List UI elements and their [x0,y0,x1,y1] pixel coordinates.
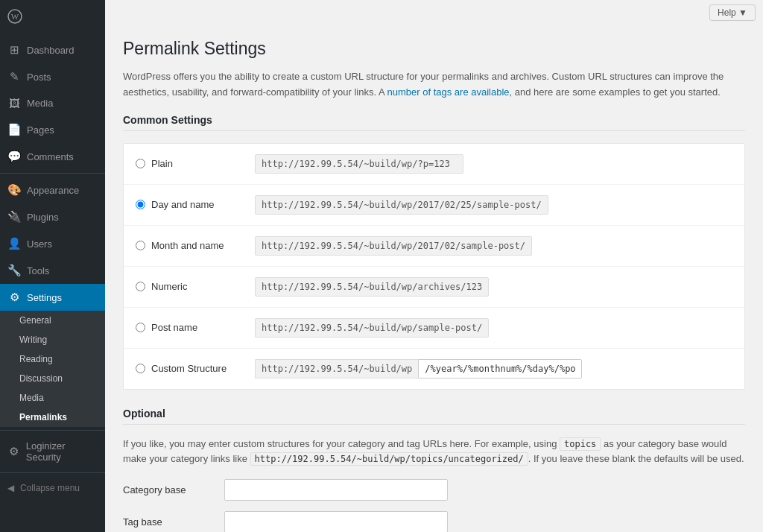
plain-radio[interactable] [136,159,145,168]
post-name-label-text: Post name [151,322,197,333]
settings-submenu: General Writing Reading Discussion Media… [0,311,105,427]
optional-title: Optional [123,408,745,425]
sidebar-item-label: Posts [27,72,51,83]
settings-icon: ⚙ [7,291,21,304]
sidebar-item-loginizer[interactable]: ⚙ Loginizer Security [0,434,105,469]
numeric-url: http://192.99.5.54/~build/wp/archives/12… [255,277,489,297]
plain-label[interactable]: Plain [136,158,255,169]
custom-url-prefix: http://192.99.5.54/~build/wp [255,359,418,379]
plugins-icon: 🔌 [7,210,21,224]
plain-label-text: Plain [151,158,173,169]
tag-base-row: Tag base [123,511,745,532]
comments-icon: 💬 [7,150,21,163]
month-and-name-url: http://192.99.5.54/~build/wp/2017/02/sam… [255,236,532,256]
sidebar-item-tools[interactable]: 🔧 Tools [0,257,105,284]
sidebar-item-label: Pages [27,124,54,136]
category-base-input[interactable] [224,479,448,501]
plain-url: http://192.99.5.54/~build/wp/?p=123 [255,154,463,174]
description-text-2: , and here are some examples to get you … [510,86,721,98]
numeric-label[interactable]: Numeric [136,281,255,292]
month-and-name-label-text: Month and name [151,240,224,251]
sidebar-item-label: Dashboard [27,45,75,56]
numeric-label-text: Numeric [151,281,187,292]
day-and-name-label-text: Day and name [151,199,215,210]
sidebar-item-plugins[interactable]: 🔌 Plugins [0,203,105,230]
loginizer-icon: ⚙ [7,445,20,458]
dashboard-icon: ⊞ [7,43,21,57]
media-icon: 🖼 [7,97,21,110]
sidebar-item-label: Tools [27,265,49,276]
permalink-option-numeric: Numeric http://192.99.5.54/~build/wp/arc… [124,267,744,308]
day-and-name-label[interactable]: Day and name [136,199,255,210]
tags-link[interactable]: number of tags are available [387,86,510,98]
optional-desc-3: . If you leave these blank the defaults … [528,453,744,464]
sidebar-item-posts[interactable]: ✎ Posts [0,63,105,90]
tools-icon: 🔧 [7,264,21,277]
sidebar-item-dashboard[interactable]: ⊞ Dashboard [0,37,105,63]
sidebar-item-users[interactable]: 👤 Users [0,230,105,257]
pages-icon: 📄 [7,123,21,136]
common-settings-title: Common Settings [123,114,745,131]
optional-section: Optional If you like, you may enter cust… [123,408,745,532]
optional-description: If you like, you may enter custom struct… [123,437,745,468]
custom-structure-label-text: Custom Structure [151,363,227,374]
page-title: Permalink Settings [123,39,745,59]
users-icon: 👤 [7,237,21,250]
sidebar-item-label: Appearance [27,185,79,196]
svg-text:W: W [11,12,19,21]
page-content: Permalink Settings WordPress offers you … [105,25,763,532]
post-name-label[interactable]: Post name [136,322,255,333]
sidebar-sub-media[interactable]: Media [0,388,105,408]
tag-base-input[interactable] [224,511,448,532]
sidebar-item-label: Loginizer Security [26,440,98,463]
numeric-radio[interactable] [136,282,145,291]
sidebar-item-label: Comments [27,151,74,162]
optional-desc-1: If you like, you may enter custom struct… [123,438,560,449]
sidebar-item-pages[interactable]: 📄 Pages [0,116,105,143]
custom-structure-radio[interactable] [136,364,145,373]
sidebar-item-label: Settings [27,292,62,303]
category-base-label: Category base [123,484,212,495]
sidebar-sub-discussion[interactable]: Discussion [0,369,105,388]
main-content: Help ▼ Permalink Settings WordPress offe… [105,0,763,532]
sidebar-item-appearance[interactable]: 🎨 Appearance [0,177,105,203]
sidebar-logo: W [0,0,105,37]
sidebar: W ⊞ Dashboard ✎ Posts 🖼 Media 📄 Pages 💬 … [0,0,105,532]
page-description: WordPress offers you the ability to crea… [123,69,745,101]
custom-url-group: http://192.99.5.54/~build/wp [255,359,582,379]
sidebar-item-comments[interactable]: 💬 Comments [0,143,105,170]
post-name-url: http://192.99.5.54/~build/wp/sample-post… [255,318,489,338]
sidebar-divider-3 [0,472,105,473]
help-button[interactable]: Help ▼ [709,4,756,21]
custom-structure-input[interactable] [418,359,582,379]
permalink-option-post-name: Post name http://192.99.5.54/~build/wp/s… [124,308,744,349]
sidebar-item-media[interactable]: 🖼 Media [0,90,105,116]
collapse-menu[interactable]: ◀ Collapse menu [0,476,105,500]
post-name-radio[interactable] [136,323,145,332]
appearance-icon: 🎨 [7,183,21,197]
tag-base-label: Tag base [123,516,212,528]
sidebar-sub-reading[interactable]: Reading [0,349,105,369]
day-and-name-radio[interactable] [136,200,145,209]
permalink-options-form: Plain http://192.99.5.54/~build/wp/?p=12… [123,143,745,390]
month-and-name-radio[interactable] [136,241,145,250]
permalink-option-month-and-name: Month and name http://192.99.5.54/~build… [124,226,744,267]
permalink-option-plain: Plain http://192.99.5.54/~build/wp/?p=12… [124,144,744,185]
sidebar-item-label: Plugins [27,212,59,223]
sidebar-sub-writing[interactable]: Writing [0,330,105,349]
sidebar-sub-permalinks[interactable]: Permalinks [0,408,105,427]
category-base-row: Category base [123,479,745,501]
collapse-icon: ◀ [7,483,14,493]
day-and-name-url: http://192.99.5.54/~build/wp/2017/02/25/… [255,195,548,215]
topics-code: topics [560,437,601,451]
sidebar-divider [0,173,105,174]
sidebar-divider-2 [0,430,105,431]
sidebar-item-label: Users [27,238,52,250]
sidebar-item-label: Media [27,98,53,109]
sidebar-item-settings[interactable]: ⚙ Settings [0,284,105,311]
custom-structure-label[interactable]: Custom Structure [136,363,255,374]
collapse-label: Collapse menu [20,483,80,493]
permalink-option-day-and-name: Day and name http://192.99.5.54/~build/w… [124,185,744,226]
month-and-name-label[interactable]: Month and name [136,240,255,251]
sidebar-sub-general[interactable]: General [0,311,105,330]
